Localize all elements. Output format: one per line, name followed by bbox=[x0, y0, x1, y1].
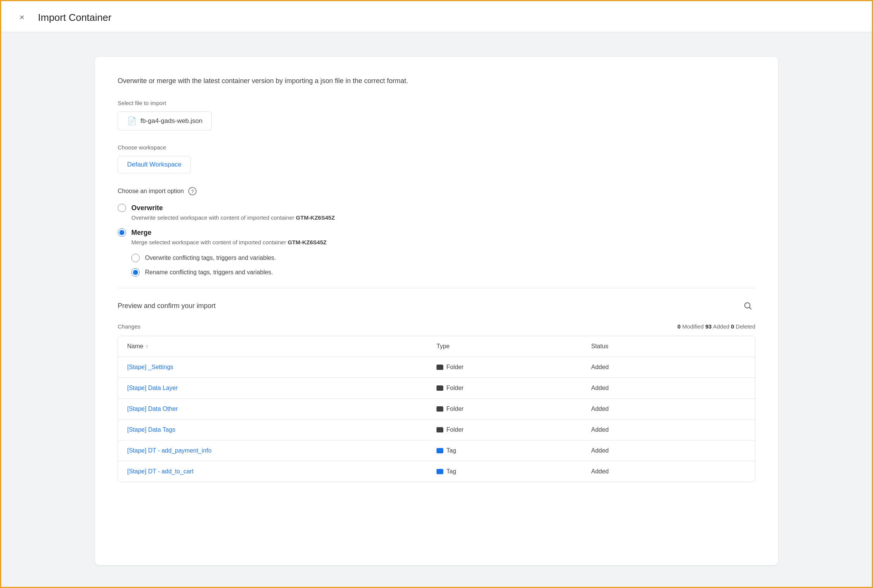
changes-table: Name ↑ Type Status [Stape] _Settings Fol… bbox=[118, 336, 755, 482]
help-icon[interactable]: ? bbox=[188, 187, 197, 195]
container-id-merge: GTM-KZ6S45Z bbox=[288, 239, 327, 245]
table-row: [Stape] DT - add_payment_info Tag Added bbox=[118, 440, 755, 461]
radio-group: Overwrite Overwrite selected workspace w… bbox=[118, 204, 755, 277]
container-id-overwrite: GTM-KZ6S45Z bbox=[296, 214, 335, 221]
table-header: Name ↑ Type Status bbox=[118, 336, 755, 357]
row-status-0: Added bbox=[591, 364, 746, 371]
changes-stats: 0 Modified 93 Added 0 Deleted bbox=[678, 323, 755, 330]
radio-overwrite[interactable] bbox=[118, 204, 126, 212]
sub-radio-row-rename: Rename conflicting tags, triggers and va… bbox=[131, 268, 755, 277]
row-status-1: Added bbox=[591, 385, 746, 391]
radio-item-overwrite: Overwrite Overwrite selected workspace w… bbox=[118, 204, 755, 221]
radio-label-overwrite: Overwrite bbox=[131, 204, 163, 212]
sort-icon: ↑ bbox=[146, 343, 148, 349]
workspace-section-label: Choose workspace bbox=[118, 144, 755, 151]
th-status: Status bbox=[591, 343, 746, 350]
row-status-2: Added bbox=[591, 406, 746, 412]
sub-radio-label-rename: Rename conflicting tags, triggers and va… bbox=[145, 269, 273, 276]
changes-label: Changes bbox=[118, 323, 140, 330]
table-row: [Stape] Data Other Folder Added bbox=[118, 399, 755, 420]
sub-options: Overwrite conflicting tags, triggers and… bbox=[118, 254, 755, 277]
radio-row-merge: Merge bbox=[118, 228, 755, 237]
close-button[interactable]: × bbox=[15, 11, 29, 24]
row-type-0: Folder bbox=[436, 364, 591, 371]
row-status-3: Added bbox=[591, 426, 746, 433]
radio-desc-merge: Merge selected workspace with content of… bbox=[118, 239, 755, 245]
folder-icon bbox=[436, 365, 443, 370]
radio-row-overwrite: Overwrite bbox=[118, 204, 755, 212]
deleted-label: Deleted bbox=[736, 323, 755, 330]
added-count: 93 bbox=[705, 323, 712, 330]
added-label: Added bbox=[713, 323, 731, 330]
table-row: [Stape] Data Layer Folder Added bbox=[118, 378, 755, 399]
option-label-row: Choose an import option ? bbox=[118, 187, 755, 195]
file-name: fb-ga4-gads-web.json bbox=[140, 117, 202, 125]
folder-icon bbox=[436, 385, 443, 391]
import-option-section: Choose an import option ? Overwrite Over… bbox=[118, 187, 755, 277]
svg-line-1 bbox=[750, 308, 752, 310]
description-text: Overwrite or merge with the latest conta… bbox=[118, 76, 755, 86]
folder-icon bbox=[436, 406, 443, 412]
file-icon: 📄 bbox=[127, 116, 137, 126]
row-name-2[interactable]: [Stape] Data Other bbox=[127, 406, 436, 412]
file-select-button[interactable]: 📄 fb-ga4-gads-web.json bbox=[118, 112, 212, 130]
tag-icon bbox=[436, 448, 443, 453]
table-row: [Stape] _Settings Folder Added bbox=[118, 357, 755, 378]
folder-icon bbox=[436, 427, 443, 432]
th-type: Type bbox=[436, 343, 591, 350]
sub-radio-row-overwrite: Overwrite conflicting tags, triggers and… bbox=[131, 254, 755, 262]
changes-row: Changes 0 Modified 93 Added 0 Deleted bbox=[118, 319, 755, 336]
row-name-3[interactable]: [Stape] Data Tags bbox=[127, 426, 436, 433]
radio-item-merge: Merge Merge selected workspace with cont… bbox=[118, 228, 755, 277]
search-icon bbox=[743, 301, 752, 310]
modified-label: Modified bbox=[682, 323, 705, 330]
radio-overwrite-conflicting[interactable] bbox=[131, 254, 140, 262]
radio-rename-conflicting[interactable] bbox=[131, 268, 140, 277]
row-status-5: Added bbox=[591, 468, 746, 475]
row-name-4[interactable]: [Stape] DT - add_payment_info bbox=[127, 447, 436, 454]
row-type-2: Folder bbox=[436, 406, 591, 412]
dialog-body: Overwrite or merge with the latest conta… bbox=[0, 34, 873, 588]
row-name-0[interactable]: [Stape] _Settings bbox=[127, 364, 436, 371]
preview-title: Preview and confirm your import bbox=[118, 302, 216, 310]
preview-header: Preview and confirm your import bbox=[118, 288, 755, 319]
row-type-1: Folder bbox=[436, 385, 591, 391]
dialog-title: Import Container bbox=[38, 12, 112, 24]
workspace-select-button[interactable]: Default Workspace bbox=[118, 156, 191, 173]
row-type-5: Tag bbox=[436, 468, 591, 475]
file-section: Select file to import 📄 fb-ga4-gads-web.… bbox=[118, 100, 755, 144]
workspace-section: Choose workspace Default Workspace bbox=[118, 144, 755, 187]
th-name: Name ↑ bbox=[127, 343, 436, 350]
deleted-count: 0 bbox=[731, 323, 734, 330]
modified-count: 0 bbox=[678, 323, 681, 330]
file-section-label: Select file to import bbox=[118, 100, 755, 106]
radio-label-merge: Merge bbox=[131, 229, 151, 237]
sub-radio-label-overwrite: Overwrite conflicting tags, triggers and… bbox=[145, 255, 276, 261]
row-type-3: Folder bbox=[436, 426, 591, 433]
row-name-1[interactable]: [Stape] Data Layer bbox=[127, 385, 436, 391]
radio-desc-overwrite: Overwrite selected workspace with conten… bbox=[118, 214, 755, 221]
tag-icon bbox=[436, 469, 443, 474]
table-row: [Stape] Data Tags Folder Added bbox=[118, 420, 755, 440]
option-label-text: Choose an import option bbox=[118, 188, 184, 195]
main-card: Overwrite or merge with the latest conta… bbox=[95, 57, 778, 565]
row-status-4: Added bbox=[591, 447, 746, 454]
table-row: [Stape] DT - add_to_cart Tag Added bbox=[118, 461, 755, 482]
radio-merge[interactable] bbox=[118, 228, 126, 237]
row-type-4: Tag bbox=[436, 447, 591, 454]
dialog-header: × Import Container bbox=[0, 0, 873, 32]
row-name-5[interactable]: [Stape] DT - add_to_cart bbox=[127, 468, 436, 475]
search-button[interactable] bbox=[740, 298, 755, 313]
